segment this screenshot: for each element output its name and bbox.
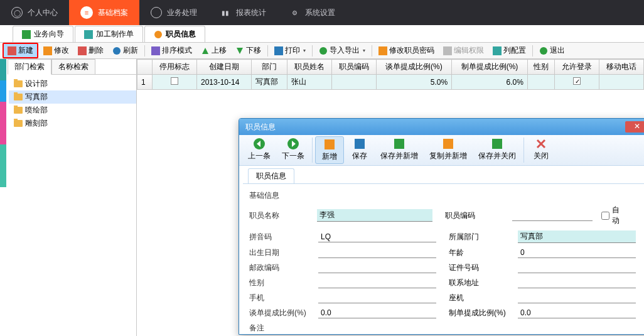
addr-field[interactable] <box>518 278 636 288</box>
login-checkbox[interactable] <box>573 77 581 85</box>
post-field[interactable] <box>318 263 436 273</box>
label-pinyin: 拼音码 <box>249 232 318 242</box>
code-field[interactable] <box>512 210 592 221</box>
save-close-button[interactable]: 保存并关闭 <box>473 136 521 164</box>
pwd-button[interactable]: 修改职员密码 <box>375 44 438 57</box>
tree-node[interactable]: 雕刻部 <box>9 117 136 130</box>
employee-dialog: 职员信息 ✕ 上一条 下一条 新增 保存 保存并新增 复制并新增 保存并关闭 关… <box>239 118 644 335</box>
svg-rect-24 <box>492 139 502 149</box>
arrow-right-icon <box>287 138 299 150</box>
label-remark: 备注 <box>249 323 318 333</box>
table-row[interactable]: 1 2013-10-14 写真部 张山 5.0% 6.0% <box>137 75 644 90</box>
tree-node[interactable]: 设计部 <box>9 77 136 90</box>
down-button[interactable]: 下移 <box>232 44 265 57</box>
save-new-button[interactable]: 保存并新增 <box>375 136 423 164</box>
sheet-icon <box>84 30 93 39</box>
svg-rect-21 <box>355 139 365 149</box>
add-button[interactable]: 新增 <box>315 136 344 164</box>
svg-point-15 <box>540 47 547 55</box>
tab-employee[interactable]: 职员信息 <box>144 26 205 42</box>
label-phone: 座机 <box>449 293 518 303</box>
age-field[interactable]: 0 <box>518 247 636 258</box>
dialog-body: 基础信息 职员名称 李强 职员编码 自动 拼音码 LQ 所属部门 写真部 出生日… <box>243 183 644 335</box>
svg-rect-0 <box>22 30 31 39</box>
edit-button[interactable]: 修改 <box>40 44 73 57</box>
talk-field[interactable]: 0.0 <box>318 308 436 318</box>
label-addr: 联系地址 <box>449 278 518 288</box>
dept-field[interactable]: 写真部 <box>518 230 636 243</box>
svg-rect-4 <box>43 46 52 55</box>
svg-rect-12 <box>378 46 387 55</box>
cols-button[interactable]: 列配置 <box>489 44 530 57</box>
nav-report[interactable]: ▮▮报表统计 <box>208 0 277 25</box>
close-button[interactable]: 关闭 <box>527 136 555 164</box>
label-name: 职员名称 <box>249 210 317 221</box>
svg-rect-22 <box>394 139 404 149</box>
svg-rect-23 <box>443 139 453 149</box>
delete-button[interactable]: 删除 <box>74 44 107 57</box>
pencil-icon <box>43 46 52 55</box>
copy-new-button[interactable]: 复制并新增 <box>424 136 472 164</box>
side-tab-dept[interactable]: 部门检索 <box>8 59 51 75</box>
disabled-checkbox[interactable] <box>171 77 178 85</box>
svg-rect-3 <box>8 46 16 55</box>
side-tab-name[interactable]: 名称检索 <box>51 59 95 74</box>
nav-business[interactable]: 业务处理 <box>139 0 208 25</box>
sex-field[interactable] <box>318 278 436 288</box>
new-button[interactable]: 新建 <box>3 43 38 58</box>
employee-grid[interactable]: 停用标志创建日期部门 职员姓名职员编码谈单提成比例(%) 制单提成比例(%)性别… <box>137 59 644 90</box>
plus-icon <box>323 138 336 151</box>
next-button[interactable]: 下一条 <box>277 136 309 164</box>
menu-icon: ≡ <box>80 6 93 19</box>
make-field[interactable]: 0.0 <box>518 308 636 318</box>
svg-rect-10 <box>274 46 283 55</box>
phone-field[interactable] <box>518 293 636 303</box>
refresh-button[interactable]: 刷新 <box>109 44 142 57</box>
gear-icon: ⚙ <box>289 7 300 18</box>
section-heading: 基础信息 <box>249 190 644 201</box>
perm-button[interactable]: 编辑权限 <box>439 44 488 57</box>
tree-node[interactable]: 喷绘部 <box>9 104 136 117</box>
sidebar: 部门检索 名称检索 设计部 写真部 喷绘部 雕刻部 <box>0 59 137 336</box>
folder-icon <box>14 120 23 127</box>
nav-personal[interactable]: ◯个人中心 <box>0 0 69 25</box>
nav-basic[interactable]: ≡基础档案 <box>69 0 139 25</box>
dialog-toolbar: 上一条 下一条 新增 保存 保存并新增 复制并新增 保存并关闭 关闭 <box>239 135 644 166</box>
tab-wizard[interactable]: 业务向导 <box>13 26 73 42</box>
svg-rect-20 <box>325 139 335 149</box>
print-icon <box>274 46 283 55</box>
arrow-left-icon <box>253 138 266 150</box>
svg-rect-1 <box>84 30 93 39</box>
close-icon[interactable]: ✕ <box>625 121 644 133</box>
io-icon <box>319 46 328 55</box>
label-post: 邮政编码 <box>249 263 318 273</box>
print-button[interactable]: 打印▾ <box>271 44 309 57</box>
copy-icon <box>442 138 454 150</box>
dialog-title-bar[interactable]: 职员信息 ✕ <box>239 119 644 135</box>
tab-production[interactable]: 加工制作单 <box>75 26 143 42</box>
name-field[interactable]: 李强 <box>317 209 432 222</box>
save-icon <box>353 138 366 150</box>
plus-icon <box>8 46 16 55</box>
auto-checkbox[interactable]: 自动 <box>601 205 626 226</box>
prev-button[interactable]: 上一条 <box>243 136 276 164</box>
svg-rect-5 <box>78 46 87 55</box>
tree-node[interactable]: 写真部 <box>9 90 136 104</box>
exit-icon <box>539 46 548 55</box>
io-button[interactable]: 导入导出▾ <box>315 44 369 57</box>
sort-button[interactable]: 排序模式 <box>148 44 196 57</box>
exit-button[interactable]: 退出 <box>535 44 569 57</box>
toolbar: 新建 修改 删除 刷新 排序模式 上移 下移 打印▾ 导入导出▾ 修改职员密码 … <box>0 43 644 59</box>
mobile-field[interactable] <box>318 293 436 303</box>
dialog-tab[interactable]: 职员信息 <box>248 168 294 183</box>
svg-rect-13 <box>443 46 452 55</box>
svg-rect-14 <box>493 46 502 55</box>
birth-field[interactable] <box>318 247 436 258</box>
nav-settings[interactable]: ⚙系统设置 <box>277 0 346 25</box>
idno-field[interactable] <box>518 263 636 273</box>
label-code: 职员编码 <box>445 210 513 221</box>
up-button[interactable]: 上移 <box>197 44 230 57</box>
save-button[interactable]: 保存 <box>345 136 374 164</box>
pinyin-field[interactable]: LQ <box>318 232 436 242</box>
tab-bar: 业务向导 加工制作单 职员信息 <box>0 25 644 43</box>
